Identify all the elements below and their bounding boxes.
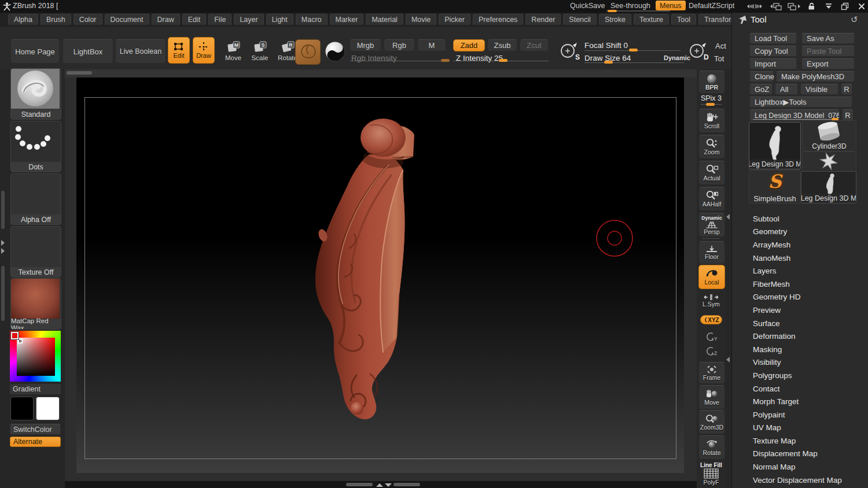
section-surface[interactable]: Surface [732, 317, 868, 330]
persp-button[interactable]: Dynamic Persp [698, 213, 725, 237]
cylinder3d-thumbnail[interactable]: Cylinder3D [802, 120, 856, 151]
scroll-button[interactable]: Scroll [698, 109, 725, 133]
menu-picker[interactable]: Picker [439, 14, 470, 25]
clone-button[interactable]: Clone [749, 71, 774, 82]
menu-file[interactable]: File [208, 14, 231, 25]
menus-button[interactable]: Menus [656, 1, 686, 10]
gradient-toggle[interactable]: Gradient [10, 384, 61, 394]
leg-small-thumbnail[interactable]: Leg Design 3D M [801, 171, 856, 204]
lock-icon[interactable] [807, 2, 816, 11]
menu-render[interactable]: Render [525, 14, 561, 25]
section-displacement-map[interactable]: Displacement Map [732, 448, 868, 461]
menu-material[interactable]: Material [366, 14, 403, 25]
material-selector[interactable]: MatCap Red Wax [10, 278, 61, 330]
move-mode-button[interactable]: M Move [220, 40, 247, 61]
y-rotation-button[interactable]: Y [698, 331, 724, 343]
lsym-button[interactable]: L.Sym [698, 292, 724, 309]
quicksave-button[interactable]: QuickSave [570, 2, 605, 10]
tray-open-down-icon[interactable] [385, 483, 392, 487]
import-button[interactable]: Import [749, 58, 797, 69]
menu-texture[interactable]: Texture [634, 14, 669, 25]
current-color-swatch[interactable] [11, 332, 19, 339]
menu-draw[interactable]: Draw [152, 14, 180, 25]
section-fibermesh[interactable]: FiberMesh [732, 278, 868, 291]
menu-light[interactable]: Light [266, 14, 293, 25]
left-tray-divider-2[interactable] [1, 266, 5, 321]
panel-shift-left-icon[interactable] [768, 2, 784, 11]
m-toggle[interactable]: M [417, 39, 446, 51]
section-geometry-hd[interactable]: Geometry HD [732, 291, 868, 304]
rotate3d-button[interactable]: Rotate [698, 435, 725, 460]
sculpted-leg-model[interactable] [301, 103, 440, 427]
section-layers[interactable]: Layers [732, 264, 868, 278]
actual-button[interactable]: Actual [698, 161, 725, 185]
focal-shift-handle[interactable] [629, 49, 638, 51]
menu-stencil[interactable]: Stencil [563, 14, 597, 25]
copy-tool-button[interactable]: Copy Tool [749, 46, 797, 57]
section-polygroups[interactable]: Polygroups [732, 369, 868, 382]
close-icon[interactable] [858, 2, 866, 10]
xyz-rotation-button[interactable]: XYZ [700, 315, 722, 324]
right-tray-arrow-icon[interactable] [726, 214, 730, 220]
home-page-button[interactable]: Home Page [10, 39, 60, 64]
tray-open-up-icon[interactable] [376, 483, 383, 487]
section-morph-target[interactable]: Morph Target [732, 395, 868, 408]
left-tray-arrow-icon[interactable] [1, 240, 5, 246]
alpha-selector[interactable]: Alpha Off [10, 173, 61, 225]
panel-shift-right-icon[interactable] [787, 2, 802, 11]
goz-button[interactable]: GoZ [749, 84, 773, 95]
paste-tool-button[interactable]: Paste Tool [801, 46, 855, 57]
main-color-swatch[interactable] [10, 397, 34, 420]
default-zscript-button[interactable]: DefaultZScript [689, 2, 734, 10]
section-contact[interactable]: Contact [732, 382, 868, 395]
right-tray-arrow-icon-2[interactable] [726, 357, 730, 363]
section-uv-map[interactable]: UV Map [732, 422, 868, 435]
document-viewport[interactable] [76, 77, 684, 473]
tool-name-r-button[interactable]: R [842, 109, 854, 121]
menu-document[interactable]: Document [105, 14, 149, 25]
rgb-intensity-handle[interactable] [441, 59, 450, 62]
z-intensity-handle[interactable] [499, 59, 507, 62]
draw-size-slider[interactable] [584, 62, 684, 63]
local-button[interactable]: Local [698, 265, 725, 289]
lightbox-button[interactable]: LightBox [62, 39, 113, 64]
section-vector-displacement-map[interactable]: Vector Displacement Map [732, 474, 868, 487]
menu-alpha[interactable]: Alpha [8, 14, 38, 25]
see-through-label[interactable]: See-through [610, 2, 650, 10]
menu-movie[interactable]: Movie [406, 14, 436, 25]
load-tool-button[interactable]: Load Tool [749, 33, 797, 44]
bottom-grip-right[interactable] [393, 483, 420, 486]
brush-selector[interactable]: Standard [10, 68, 61, 120]
edit-mode-button[interactable]: Edit [168, 37, 190, 64]
minimize-icon[interactable] [824, 2, 833, 10]
menu-preferences[interactable]: Preferences [473, 14, 523, 25]
bottom-grip-left[interactable] [346, 483, 373, 486]
draw-mode-button[interactable]: Draw [193, 37, 215, 64]
focal-shift-label[interactable]: Focal Shift 0 [584, 41, 628, 50]
save-as-button[interactable]: Save As [801, 33, 855, 44]
scale-mode-button[interactable]: S Scale [247, 40, 273, 61]
section-preview[interactable]: Preview [732, 304, 868, 317]
goz-all-button[interactable]: All [775, 84, 798, 95]
goz-r-button[interactable]: R [841, 84, 852, 95]
zoom3d-button[interactable]: Zoom3D [698, 410, 725, 434]
color-picker-selector[interactable] [18, 339, 23, 343]
left-tray-divider[interactable] [1, 191, 5, 229]
spix-slider-handle[interactable] [706, 103, 715, 106]
alternate-button[interactable]: Alternate [10, 437, 61, 447]
left-tray-arrow-icon-2[interactable] [1, 248, 5, 254]
draw-size-handle[interactable] [604, 61, 613, 64]
switch-color-button[interactable]: SwitchColor [10, 424, 61, 435]
floor-button[interactable]: Floor [698, 241, 725, 264]
restore-icon[interactable] [840, 2, 849, 11]
canvas-top-grip[interactable] [67, 71, 92, 75]
z-rotation-button[interactable]: Z [698, 345, 724, 358]
section-arraymesh[interactable]: ArrayMesh [732, 238, 868, 252]
secondary-color-swatch[interactable] [36, 397, 60, 420]
menu-edit[interactable]: Edit [182, 14, 207, 25]
sculptris-pro-button[interactable]: S [558, 40, 580, 62]
current-material-sphere[interactable] [325, 41, 345, 62]
menu-macro[interactable]: Macro [296, 14, 328, 25]
section-geometry[interactable]: Geometry [732, 225, 868, 239]
section-deformation[interactable]: Deformation [732, 330, 868, 343]
